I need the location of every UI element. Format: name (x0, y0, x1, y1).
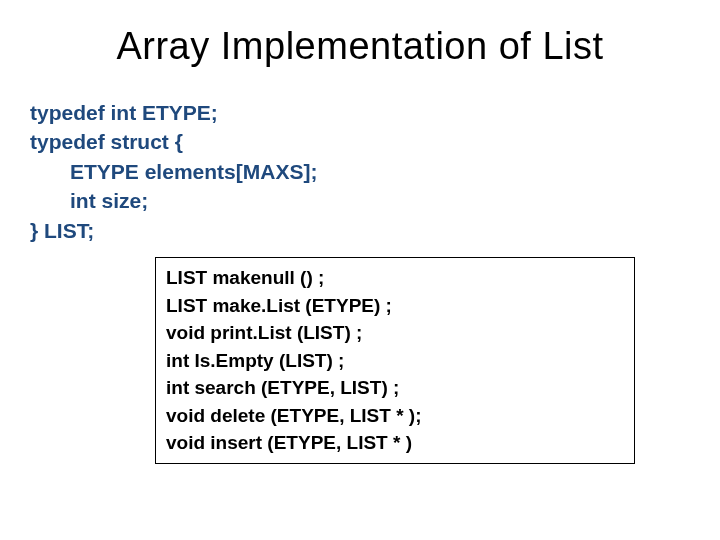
code-line: typedef int ETYPE; (30, 98, 690, 127)
func-line: void delete (ETYPE, LIST * ); (166, 402, 624, 430)
func-line: int Is.Empty (LIST) ; (166, 347, 624, 375)
code-line: int size; (30, 186, 690, 215)
page-title: Array Implementation of List (30, 25, 690, 68)
code-line: } LIST; (30, 216, 690, 245)
slide-container: Array Implementation of List typedef int… (0, 0, 720, 540)
func-line: LIST makenull () ; (166, 264, 624, 292)
func-line: void print.List (LIST) ; (166, 319, 624, 347)
func-line: LIST make.List (ETYPE) ; (166, 292, 624, 320)
func-line: void insert (ETYPE, LIST * ) (166, 429, 624, 457)
code-line: typedef struct { (30, 127, 690, 156)
typedef-code-block: typedef int ETYPE; typedef struct { ETYP… (30, 98, 690, 245)
func-line: int search (ETYPE, LIST) ; (166, 374, 624, 402)
function-prototypes-box: LIST makenull () ; LIST make.List (ETYPE… (155, 257, 635, 464)
code-line: ETYPE elements[MAXS]; (30, 157, 690, 186)
